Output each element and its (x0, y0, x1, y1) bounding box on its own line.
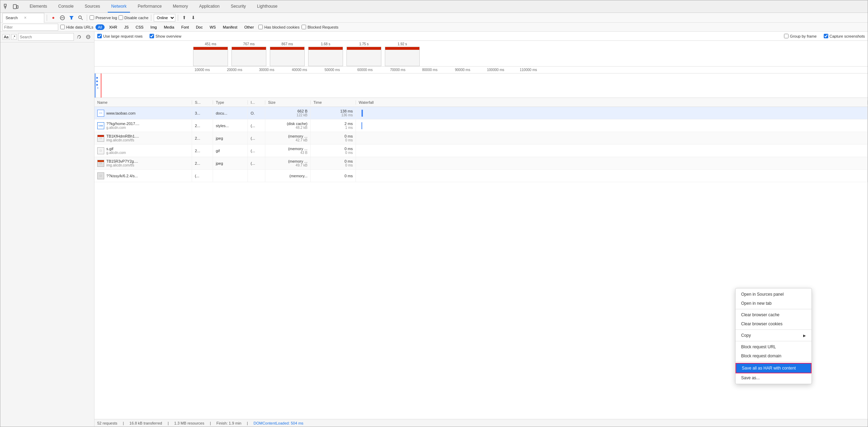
ctx-copy[interactable]: Copy ▶ (736, 331, 812, 340)
table-row[interactable]: <> www.taobao.com 3... docu... O. 662 B … (94, 107, 868, 119)
throttle-select[interactable]: Online (154, 14, 175, 22)
clear-search-button[interactable] (84, 33, 92, 41)
td-initiator-4: (... (248, 157, 265, 169)
filter-type-ws[interactable]: WS (207, 24, 218, 30)
search-tab[interactable]: Search × (2, 13, 44, 23)
th-type[interactable]: Type (213, 100, 248, 104)
screenshot-1: 767 ms (230, 42, 268, 66)
th-size[interactable]: Size (265, 100, 311, 104)
show-overview-checkbox[interactable]: Show overview (150, 34, 181, 38)
ruler-mark-7: 80000 ms (422, 68, 437, 72)
import-button[interactable]: ⬆ (181, 14, 188, 22)
table-row[interactable]: CSS ??kg/home-2017.... g.alicdn.com 2...… (94, 119, 868, 132)
search-input[interactable] (18, 33, 74, 41)
tab-application[interactable]: Application (196, 0, 223, 13)
th-status[interactable]: S... (192, 100, 213, 104)
svg-rect-3 (13, 5, 16, 9)
filter-type-manifest[interactable]: Manifest (220, 24, 240, 30)
screenshot-time-3: 1.68 s (321, 42, 330, 46)
svg-rect-4 (17, 6, 18, 8)
filter-type-js[interactable]: JS (122, 24, 131, 30)
tab-security[interactable]: Security (227, 0, 249, 13)
time-top-4: 0 ms (344, 159, 353, 163)
options-right: Group by frame Capture screenshots (784, 34, 865, 38)
screenshot-thumb-3[interactable] (308, 47, 343, 66)
blocked-requests-checkbox[interactable]: Blocked Requests (302, 25, 338, 29)
ctx-sep-2 (736, 329, 812, 330)
ctx-block-url[interactable]: Block request URL (736, 342, 812, 351)
td-type-4: jpeg (213, 157, 248, 169)
device-toggle-icon[interactable] (12, 3, 19, 10)
td-waterfall-4 (356, 157, 868, 169)
th-waterfall[interactable]: Waterfall (356, 100, 868, 104)
screenshot-thumb-1[interactable] (231, 47, 266, 66)
tab-elements[interactable]: Elements (26, 0, 51, 13)
screenshot-thumb-0[interactable] (193, 47, 228, 66)
disable-cache-checkbox[interactable]: Disable cache (119, 15, 149, 20)
table-row[interactable]: □ s.gif g.alicdn.com 2... gif (... (mem (94, 145, 868, 157)
screenshot-thumb-5[interactable] (385, 47, 420, 66)
refresh-search-button[interactable] (75, 33, 83, 41)
filter-type-all[interactable]: All (96, 24, 105, 30)
filter-type-font[interactable]: Font (179, 24, 191, 30)
filter-type-css[interactable]: CSS (133, 24, 146, 30)
tab-lighthouse[interactable]: Lighthouse (253, 0, 281, 13)
td-name-5: □ ??kissy/k/6.2.4/s... (94, 170, 192, 182)
tab-console[interactable]: Console (55, 0, 77, 13)
screenshot-0: 451 ms (191, 42, 230, 66)
hide-data-urls-checkbox[interactable]: Hide data URLs (60, 25, 93, 29)
dot-star-button[interactable]: .* (11, 34, 16, 40)
separator-2 (87, 15, 87, 21)
time-top-1: 2 ms (344, 122, 353, 126)
table-row[interactable]: □ TB15R3vP7Y2g.... img.alicdn.com/tfs 2.… (94, 157, 868, 170)
ctx-save-as[interactable]: Save as... (736, 373, 812, 382)
td-size-1: (disk cache) 48.2 kB (265, 119, 311, 132)
tab-performance[interactable]: Performance (134, 0, 165, 13)
filter-type-img[interactable]: Img (148, 24, 159, 30)
ctx-open-sources[interactable]: Open in Sources panel (736, 290, 812, 299)
ctx-copy-arrow: ▶ (803, 334, 806, 337)
filter-type-other[interactable]: Other (242, 24, 257, 30)
filter-type-doc[interactable]: Doc (193, 24, 205, 30)
timeline-ruler: 10000 ms 20000 ms 30000 ms 40000 ms 5000… (94, 67, 868, 73)
tab-sources[interactable]: Sources (81, 0, 104, 13)
th-time[interactable]: Time (311, 100, 356, 104)
filter-type-media[interactable]: Media (161, 24, 177, 30)
screenshot-thumb-4[interactable] (347, 47, 381, 66)
ctx-block-domain[interactable]: Block request domain (736, 351, 812, 360)
th-initiator[interactable]: I... (248, 100, 265, 104)
waterfall-dot-2 (96, 80, 98, 82)
search-button[interactable] (77, 14, 84, 22)
element-picker-icon[interactable] (3, 3, 10, 10)
preserve-log-checkbox[interactable]: Preserve log (90, 15, 117, 20)
filter-type-xhr[interactable]: XHR (107, 24, 120, 30)
capture-screenshots-checkbox[interactable]: Capture screenshots (824, 34, 865, 38)
table-row[interactable]: □ TB1KfHdmRBh1.... img.alicdn.com/tfs 2.… (94, 132, 868, 145)
content-right: Use large request rows Show overview Gro… (94, 32, 868, 427)
status-finish: Finish: 1.9 min (216, 421, 242, 425)
time-bottom-2: 0 ms (345, 138, 353, 142)
th-name[interactable]: Name (94, 100, 192, 104)
waterfall-blue-bar (94, 73, 96, 98)
clear-button[interactable] (59, 14, 66, 22)
ctx-clear-cache[interactable]: Clear browser cache (736, 310, 812, 319)
table-row[interactable]: □ ??kissy/k/6.2.4/s... (... (memory... (94, 170, 868, 182)
record-button[interactable]: ● (50, 14, 57, 22)
large-rows-checkbox[interactable]: Use large request rows (97, 34, 143, 38)
screenshot-time-5: 1.92 s (397, 42, 407, 46)
screenshot-thumb-2[interactable] (270, 47, 305, 66)
filter-input[interactable] (2, 24, 58, 31)
export-button[interactable]: ⬇ (190, 14, 197, 22)
ctx-open-new-tab[interactable]: Open in new tab (736, 299, 812, 308)
tab-network[interactable]: Network (108, 0, 130, 13)
search-tab-close[interactable]: × (24, 15, 41, 20)
ctx-clear-cookies[interactable]: Clear browser cookies (736, 319, 812, 328)
filter-funnel-button[interactable] (68, 14, 75, 22)
td-waterfall-0 (356, 107, 868, 119)
tab-memory[interactable]: Memory (169, 0, 191, 13)
aa-button[interactable]: Aa (2, 34, 10, 40)
size-bottom-4: 49.7 kB (296, 163, 307, 167)
has-blocked-cookies-checkbox[interactable]: Has blocked cookies (258, 25, 299, 29)
ctx-save-har[interactable]: Save all as HAR with content (736, 363, 812, 373)
group-by-frame-checkbox[interactable]: Group by frame (784, 34, 816, 38)
